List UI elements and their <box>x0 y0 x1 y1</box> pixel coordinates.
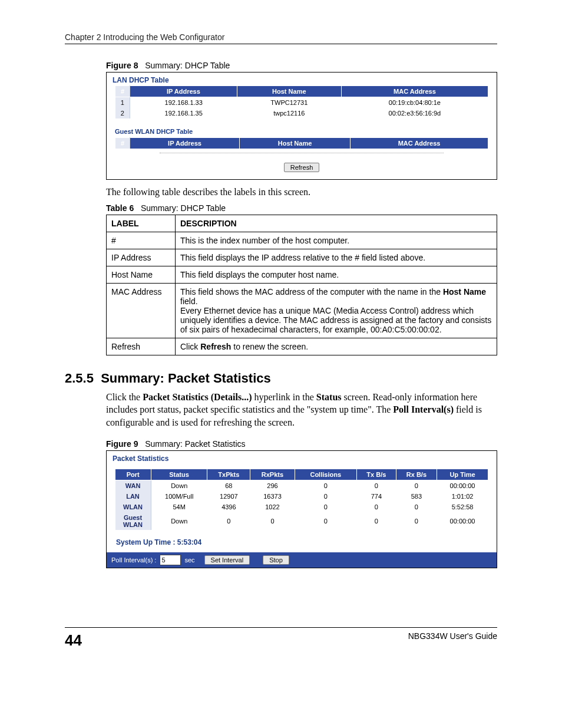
table6: LABEL DESCRIPTION # This is the index nu… <box>106 215 497 355</box>
lan-dhcp-table: # IP Address Host Name MAC Address 1 192… <box>115 85 488 118</box>
table6-caption: Table 6 Summary: DHCP Table <box>106 203 497 213</box>
poll-label: Poll Interval(s) : <box>111 556 156 564</box>
table-row: MAC Address This field shows the MAC add… <box>107 283 497 338</box>
guest-wlan-dhcp-table: # IP Address Host Name MAC Address <box>115 137 488 149</box>
head-label: LABEL <box>107 215 176 232</box>
table-row: IP Address This field displays the IP ad… <box>107 249 497 266</box>
table-row: 2 192.168.1.35 twpc12116 00:02:e3:56:16:… <box>115 108 488 118</box>
table-row: Refresh Click Refresh to renew the scree… <box>107 338 497 355</box>
system-up-time: System Up Time : 5:53:04 <box>107 536 497 552</box>
page-number: 44 <box>65 631 82 650</box>
col-host: Host Name <box>237 86 341 97</box>
refresh-button[interactable]: Refresh <box>284 163 320 172</box>
set-interval-button[interactable]: Set Interval <box>204 555 250 565</box>
table-row: Guest WLANDown0000000:00:00 <box>115 512 488 530</box>
col-ip: IP Address <box>130 86 237 97</box>
section-heading: 2.5.5 Summary: Packet Statistics <box>65 371 497 386</box>
stop-button[interactable]: Stop <box>263 555 289 565</box>
figure9-caption: Figure 9 Summary: Packet Statistics <box>106 439 497 449</box>
lan-dhcp-title: LAN DHCP Table <box>107 73 497 85</box>
section-body: Click the Packet Statistics (Details...)… <box>106 391 497 429</box>
packet-stats-table: Port Status TxPkts RxPkts Collisions Tx … <box>115 469 488 530</box>
poll-footer: Poll Interval(s) : sec Set Interval Stop <box>107 552 497 568</box>
chapter-header: Chapter 2 Introducing the Web Configurat… <box>65 32 497 44</box>
col-num: # <box>115 86 130 97</box>
table-row: Host Name This field displays the comput… <box>107 266 497 283</box>
separator <box>160 153 444 153</box>
page-footer: 44 NBG334W User's Guide <box>65 627 497 650</box>
figure8-screenshot: LAN DHCP Table # IP Address Host Name MA… <box>106 72 497 180</box>
between-text: The following table describes the labels… <box>106 186 497 199</box>
head-desc: DESCRIPTION <box>176 215 497 232</box>
table-row: LAN100M/Full129071637307745831:01:02 <box>115 491 488 502</box>
guest-wlan-dhcp-title: Guest WLAN DHCP Table <box>107 122 497 137</box>
figure9-screenshot: Packet Statistics Port Status TxPkts RxP… <box>106 450 497 568</box>
table-row: WLAN54M439610220005:52:58 <box>115 502 488 512</box>
poll-unit: sec <box>184 556 194 564</box>
chapter-title: Chapter 2 Introducing the Web Configurat… <box>65 32 224 42</box>
table-row: WANDown6829600000:00:00 <box>115 480 488 492</box>
poll-interval-input[interactable] <box>160 555 181 565</box>
table-row: # This is the index number of the host c… <box>107 232 497 249</box>
packet-stats-title: Packet Statistics <box>107 451 497 469</box>
figure8-caption: Figure 8 Summary: DHCP Table <box>106 61 497 70</box>
guide-name: NBG334W User's Guide <box>408 631 497 650</box>
col-mac: MAC Address <box>341 86 488 97</box>
table-row: 1 192.168.1.33 TWPC12731 00:19:cb:04:80:… <box>115 97 488 108</box>
